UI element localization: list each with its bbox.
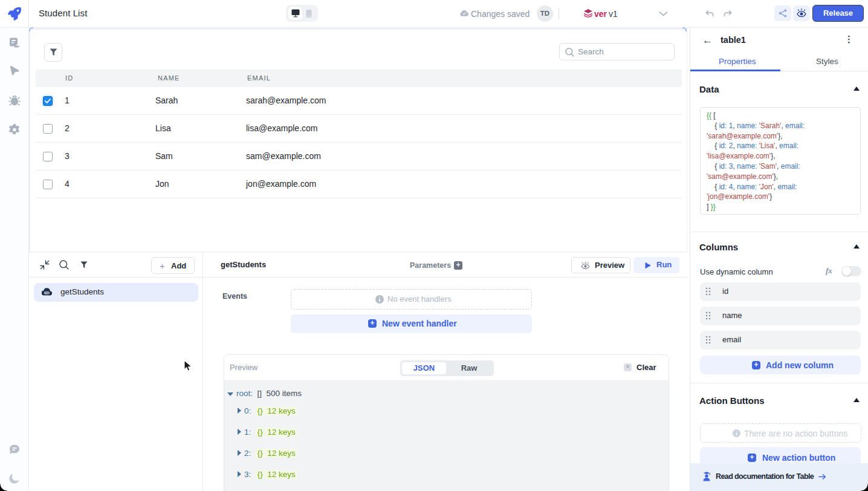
svg-text:REST: REST [45,292,49,294]
